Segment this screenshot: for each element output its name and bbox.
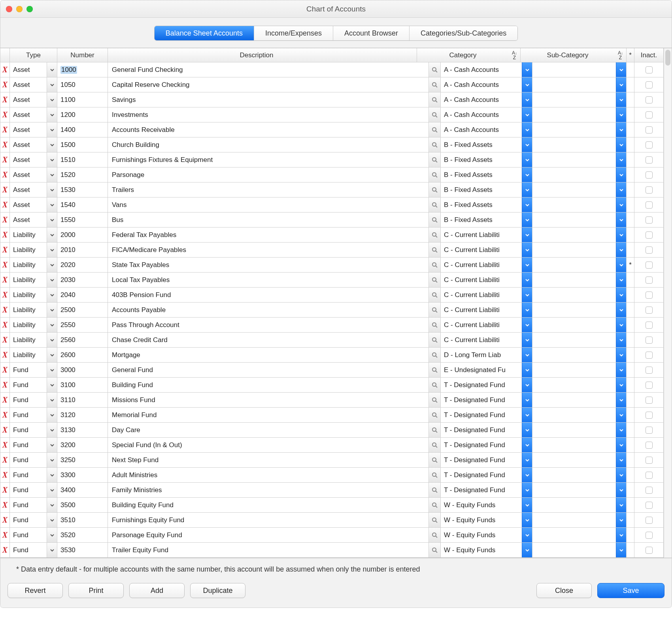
- description-lookup-button[interactable]: [429, 243, 441, 257]
- delete-row-button[interactable]: X: [0, 498, 10, 512]
- description-field[interactable]: Accounts Payable: [108, 303, 429, 317]
- type-select[interactable]: Liability: [10, 303, 57, 317]
- number-field[interactable]: 2020: [57, 258, 108, 272]
- tab-categories-sub-categories[interactable]: Categories/Sub-Categories: [409, 26, 517, 40]
- description-lookup-button[interactable]: [429, 92, 441, 107]
- number-field[interactable]: 2040: [57, 288, 108, 302]
- description-lookup-button[interactable]: [429, 363, 441, 377]
- description-lookup-button[interactable]: [429, 62, 441, 77]
- category-select[interactable]: D - Long Term Liab: [441, 348, 532, 362]
- number-field[interactable]: 2550: [57, 318, 108, 332]
- delete-row-button[interactable]: X: [0, 198, 10, 212]
- inactive-checkbox[interactable]: [634, 483, 664, 497]
- number-field[interactable]: 3200: [57, 438, 108, 452]
- inactive-checkbox[interactable]: [634, 228, 664, 242]
- inactive-checkbox[interactable]: [634, 468, 664, 482]
- number-field[interactable]: 3530: [57, 543, 108, 557]
- type-select[interactable]: Asset: [10, 198, 57, 212]
- default-star-cell[interactable]: [627, 228, 634, 242]
- type-select[interactable]: Liability: [10, 318, 57, 332]
- delete-row-button[interactable]: X: [0, 333, 10, 347]
- delete-row-button[interactable]: X: [0, 363, 10, 377]
- description-field[interactable]: Building Equity Fund: [108, 498, 429, 512]
- description-lookup-button[interactable]: [429, 348, 441, 362]
- sub-category-select[interactable]: [532, 137, 627, 152]
- number-field[interactable]: 3130: [57, 423, 108, 437]
- number-field[interactable]: 3250: [57, 453, 108, 467]
- category-select[interactable]: E - Undesignated Fu: [441, 363, 532, 377]
- default-star-cell[interactable]: [627, 348, 634, 362]
- category-select[interactable]: C - Current Liabiliti: [441, 333, 532, 347]
- category-select[interactable]: W - Equity Funds: [441, 513, 532, 527]
- number-field[interactable]: 1530: [57, 182, 108, 197]
- description-lookup-button[interactable]: [429, 198, 441, 212]
- delete-row-button[interactable]: X: [0, 348, 10, 362]
- description-field[interactable]: Church Building: [108, 137, 429, 152]
- category-select[interactable]: C - Current Liabiliti: [441, 318, 532, 332]
- number-field[interactable]: 3120: [57, 408, 108, 422]
- inactive-checkbox[interactable]: [634, 453, 664, 467]
- category-select[interactable]: T - Designated Fund: [441, 393, 532, 407]
- number-field[interactable]: 1050: [57, 77, 108, 92]
- type-select[interactable]: Fund: [10, 468, 57, 482]
- inactive-checkbox[interactable]: [634, 213, 664, 227]
- duplicate-button[interactable]: Duplicate: [190, 583, 245, 598]
- delete-row-button[interactable]: X: [0, 167, 10, 182]
- delete-row-button[interactable]: X: [0, 543, 10, 557]
- inactive-checkbox[interactable]: [634, 438, 664, 452]
- description-lookup-button[interactable]: [429, 333, 441, 347]
- inactive-checkbox[interactable]: [634, 528, 664, 542]
- description-field[interactable]: Federal Tax Payables: [108, 228, 429, 242]
- category-select[interactable]: T - Designated Fund: [441, 423, 532, 437]
- type-select[interactable]: Liability: [10, 333, 57, 347]
- save-button[interactable]: Save: [597, 583, 664, 598]
- delete-row-button[interactable]: X: [0, 182, 10, 197]
- number-field[interactable]: 1500: [57, 137, 108, 152]
- sub-category-select[interactable]: [532, 182, 627, 197]
- sub-category-select[interactable]: [532, 273, 627, 287]
- delete-row-button[interactable]: X: [0, 107, 10, 122]
- description-field[interactable]: Family Ministries: [108, 483, 429, 497]
- delete-row-button[interactable]: X: [0, 303, 10, 317]
- number-field[interactable]: 2000: [57, 228, 108, 242]
- sub-category-select[interactable]: [532, 423, 627, 437]
- sub-category-select[interactable]: [532, 92, 627, 107]
- tab-income-expenses[interactable]: Income/Expenses: [254, 26, 333, 40]
- type-select[interactable]: Asset: [10, 137, 57, 152]
- type-select[interactable]: Fund: [10, 408, 57, 422]
- inactive-checkbox[interactable]: [634, 363, 664, 377]
- number-field[interactable]: 1540: [57, 198, 108, 212]
- category-select[interactable]: A - Cash Accounts: [441, 62, 532, 77]
- description-lookup-button[interactable]: [429, 423, 441, 437]
- inactive-checkbox[interactable]: [634, 333, 664, 347]
- description-field[interactable]: Bus: [108, 213, 429, 227]
- default-star-cell[interactable]: [627, 498, 634, 512]
- type-select[interactable]: Asset: [10, 107, 57, 122]
- type-select[interactable]: Fund: [10, 453, 57, 467]
- type-select[interactable]: Fund: [10, 378, 57, 392]
- description-field[interactable]: Vans: [108, 198, 429, 212]
- number-field[interactable]: 1200: [57, 107, 108, 122]
- type-select[interactable]: Fund: [10, 363, 57, 377]
- category-select[interactable]: B - Fixed Assets: [441, 137, 532, 152]
- default-star-cell[interactable]: [627, 423, 634, 437]
- default-star-cell[interactable]: [627, 167, 634, 182]
- delete-row-button[interactable]: X: [0, 408, 10, 422]
- inactive-checkbox[interactable]: [634, 393, 664, 407]
- number-field[interactable]: 3300: [57, 468, 108, 482]
- default-star-cell[interactable]: [627, 513, 634, 527]
- col-star[interactable]: *: [627, 48, 634, 62]
- default-star-cell[interactable]: [627, 92, 634, 107]
- category-select[interactable]: C - Current Liabiliti: [441, 258, 532, 272]
- delete-row-button[interactable]: X: [0, 77, 10, 92]
- description-field[interactable]: Parsonage: [108, 167, 429, 182]
- delete-row-button[interactable]: X: [0, 393, 10, 407]
- number-field[interactable]: 1000: [57, 62, 108, 77]
- inactive-checkbox[interactable]: [634, 543, 664, 557]
- number-field[interactable]: 1520: [57, 167, 108, 182]
- description-lookup-button[interactable]: [429, 167, 441, 182]
- number-field[interactable]: 3510: [57, 513, 108, 527]
- inactive-checkbox[interactable]: [634, 408, 664, 422]
- default-star-cell[interactable]: [627, 378, 634, 392]
- description-lookup-button[interactable]: [429, 213, 441, 227]
